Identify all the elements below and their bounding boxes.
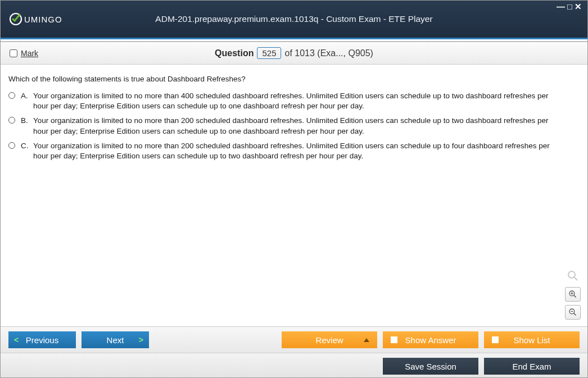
button-label: Next: [107, 335, 124, 345]
button-label: Review: [315, 335, 343, 345]
button-label: Show List: [513, 335, 550, 345]
window-controls: —□✕: [557, 2, 584, 12]
question-total: of 1013 (Exa..., Q905): [284, 48, 373, 58]
triangle-up-icon: [364, 338, 369, 342]
checkbox-icon: [391, 336, 397, 343]
chevron-left-icon: <: [14, 335, 19, 344]
close-icon[interactable]: ✕: [575, 2, 584, 11]
question-number-input[interactable]: 525: [257, 47, 281, 59]
svg-line-8: [574, 313, 576, 316]
zoom-controls: [565, 268, 581, 320]
option-text: Your organization is limited to no more …: [33, 141, 580, 161]
radio-icon[interactable]: [8, 92, 15, 99]
question-content: Which of the following statements is tru…: [1, 65, 587, 326]
logo-checkmark-icon: [8, 12, 23, 26]
chevron-right-icon: >: [139, 335, 143, 344]
option-letter: A.: [21, 91, 33, 101]
option-text: Your organization is limited to no more …: [33, 116, 580, 136]
svg-point-1: [568, 271, 575, 278]
mark-checkbox[interactable]: [10, 49, 17, 57]
question-bar: Mark Question 525 of 1013 (Exa..., Q905): [1, 42, 587, 65]
show-answer-button[interactable]: Show Answer: [383, 331, 478, 348]
option-row[interactable]: A. Your organization is limited to no mo…: [8, 91, 580, 111]
option-row[interactable]: B. Your organization is limited to no mo…: [8, 116, 580, 136]
question-stem: Which of the following statements is tru…: [8, 75, 580, 83]
save-session-button[interactable]: Save Session: [383, 358, 478, 375]
radio-icon[interactable]: [8, 117, 15, 124]
header-bar: UMINGO ADM-201.prepaway.premium.exam.101…: [1, 1, 587, 38]
svg-line-2: [575, 277, 577, 280]
zoom-in-button[interactable]: [565, 287, 581, 302]
option-letter: B.: [21, 116, 33, 126]
action-row-secondary: Save Session End Exam: [1, 353, 587, 378]
option-letter: C.: [21, 141, 33, 151]
button-label: End Exam: [512, 362, 551, 371]
zoom-out-button[interactable]: [565, 305, 581, 320]
show-list-button[interactable]: Show List: [484, 331, 580, 348]
radio-icon[interactable]: [8, 142, 15, 149]
search-icon[interactable]: [565, 268, 581, 284]
minimize-icon[interactable]: —: [557, 2, 567, 11]
question-indicator: Question 525 of 1013 (Exa..., Q905): [215, 47, 373, 59]
next-button[interactable]: Next >: [82, 331, 149, 348]
previous-button[interactable]: < Previous: [8, 331, 76, 348]
action-row-primary: < Previous Next > Review Show Answer Sho…: [1, 326, 587, 353]
separator: [1, 38, 587, 39]
mark-label: Mark: [21, 49, 38, 58]
maximize-icon[interactable]: □: [567, 2, 575, 11]
checkbox-icon: [492, 336, 499, 343]
button-label: Save Session: [405, 362, 456, 371]
button-label: Previous: [26, 335, 58, 345]
mark-control[interactable]: Mark: [10, 49, 38, 58]
option-text: Your organization is limited to no more …: [33, 91, 580, 111]
end-exam-button[interactable]: End Exam: [484, 358, 580, 375]
logo-text: UMINGO: [24, 15, 62, 24]
option-row[interactable]: C. Your organization is limited to no mo…: [8, 141, 580, 161]
review-button[interactable]: Review: [282, 331, 377, 348]
app-logo: UMINGO: [8, 12, 62, 26]
window-title: ADM-201.prepaway.premium.exam.1013q - Cu…: [155, 14, 432, 24]
question-word: Question: [215, 48, 254, 58]
svg-line-4: [574, 295, 576, 298]
button-label: Show Answer: [405, 335, 456, 345]
options-list: A. Your organization is limited to no mo…: [8, 91, 580, 161]
